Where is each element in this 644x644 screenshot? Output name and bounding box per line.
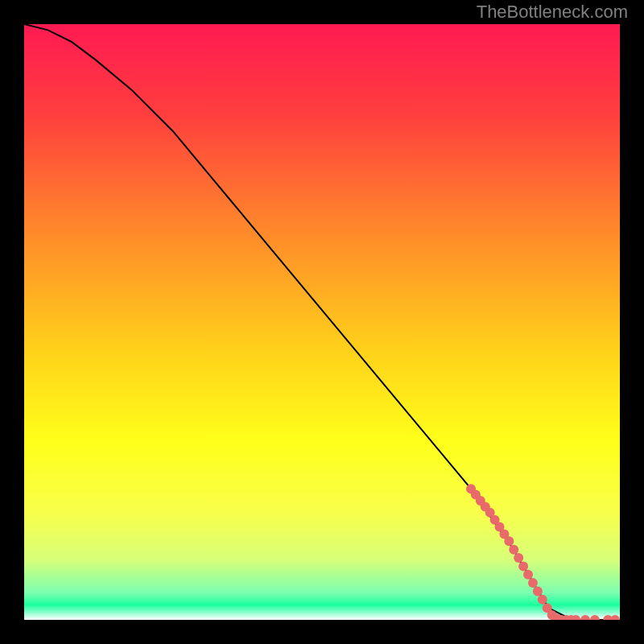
highlight-point (523, 570, 533, 580)
highlight-point (538, 595, 547, 605)
highlight-point (509, 545, 518, 555)
highlight-point (514, 553, 523, 563)
plot-area (24, 24, 620, 620)
highlight-point (528, 578, 538, 588)
watermark-text: TheBottleneck.com (477, 2, 628, 23)
highlight-point (533, 586, 543, 596)
highlight-point (518, 561, 528, 571)
highlight-point (504, 536, 514, 546)
gradient-bg (24, 24, 620, 620)
chart-svg (24, 24, 620, 620)
